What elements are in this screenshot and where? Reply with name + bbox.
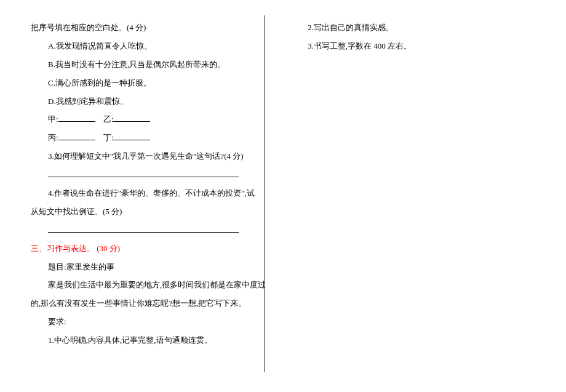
right-column: 2.写出自己的真情实感。 3.书写工整,字数在 400 左右。: [283, 0, 566, 392]
blank-bing[interactable]: [58, 132, 95, 140]
label-jia: 甲:: [48, 114, 58, 124]
question-3: 3.如何理解短文中"我几乎第一次遇见生命"这句话?(4 分): [31, 147, 271, 166]
blank-q4[interactable]: [48, 225, 239, 233]
question-4b: 从短文中找出例证。(5 分): [31, 202, 271, 221]
answer-line-q4: [31, 221, 271, 239]
requirement-3: 3.书写工整,字数在 400 左右。: [308, 37, 554, 55]
topic: 题目:家里发生的事: [31, 258, 271, 276]
desc-line-2: 的,那么有没有发生一些事情让你难忘呢?想一想,把它写下来。: [31, 294, 271, 313]
option-a: A.我发现情况简直令人吃惊。: [31, 37, 271, 55]
blank-yi[interactable]: [113, 114, 150, 122]
blank-ding[interactable]: [113, 132, 150, 140]
section-3-title: 三、习作与表达。 (30 分): [31, 239, 271, 258]
option-c: C.满心所感到的是一种折服。: [31, 74, 271, 92]
column-divider: [265, 15, 265, 372]
desc-line-1: 家是我们生活中最为重要的地方,很多时间我们都是在家中度过: [31, 276, 271, 294]
requirement-2: 2.写出自己的真情实感。: [308, 18, 554, 37]
left-column: 把序号填在相应的空白处。(4 分) A.我发现情况简直令人吃惊。 B.我当时没有…: [0, 0, 283, 392]
label-ding: 丁:: [103, 133, 114, 142]
option-d: D.我感到诧异和震惊。: [31, 92, 271, 111]
fill-row-1: 甲: 乙:: [31, 110, 271, 129]
option-b: B.我当时没有十分注意,只当是偶尔风起所带来的。: [31, 55, 271, 74]
requirement-1: 1.中心明确,内容具体,记事完整,语句通顺连贯。: [31, 331, 271, 350]
intro-text: 把序号填在相应的空白处。(4 分): [31, 18, 271, 37]
label-bing: 丙:: [48, 133, 58, 142]
answer-line-q3: [31, 166, 271, 184]
fill-row-2: 丙: 丁:: [31, 129, 271, 147]
requirements-label: 要求:: [31, 313, 271, 331]
blank-jia[interactable]: [58, 114, 95, 122]
question-4a: 4.作者说生命在进行"豪华的、奢侈的、不计成本的投资",试: [31, 184, 271, 202]
label-yi: 乙:: [103, 114, 114, 124]
blank-q3[interactable]: [48, 169, 239, 177]
